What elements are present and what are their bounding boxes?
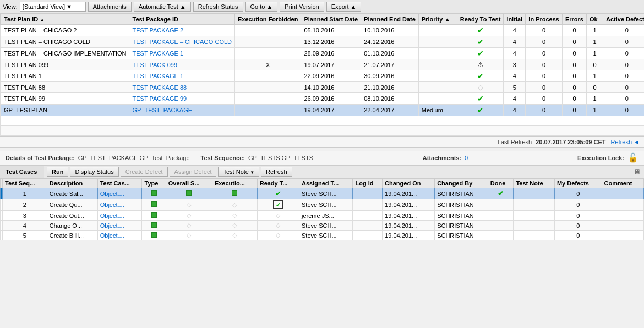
tc-cell-cas[interactable]: Object.... — [97, 188, 142, 199]
status-green-sq — [151, 232, 157, 238]
tc-col-done[interactable]: Done — [488, 179, 514, 188]
tc-col-overall[interactable]: Overall S... — [166, 179, 212, 188]
cell-ready: ✔ — [457, 48, 504, 59]
tc-col-exec[interactable]: Executio... — [212, 179, 257, 188]
tc-cell-cas[interactable]: Object.... — [97, 231, 142, 240]
tc-col-defects[interactable]: My Defects — [554, 179, 602, 188]
cell-package-id[interactable]: TEST PACKAGE 88 — [129, 82, 235, 93]
tc-cell-cas[interactable]: Object.... — [97, 221, 142, 231]
col-test-plan-id[interactable]: Test Plan ID ▲ — [1, 14, 129, 25]
cell-package-id[interactable]: GP_TEST_PACKAGE — [129, 105, 235, 116]
cell-end: 21.10.2016 — [361, 82, 419, 93]
display-status-button[interactable]: Display Status — [70, 167, 118, 177]
tc-refresh-button[interactable]: Refresh — [261, 167, 292, 177]
status-diamond: ◇ — [187, 212, 191, 218]
col-active-defects[interactable]: Active Defects — [603, 14, 645, 25]
ready-check-icon: ✔ — [477, 106, 484, 114]
col-initial[interactable]: Initial — [504, 14, 526, 25]
col-errors[interactable]: Errors — [562, 14, 586, 25]
tc-cell-done — [488, 231, 514, 240]
ready-check-icon: ✔ — [477, 72, 484, 80]
tc-cell-desc: Create Sal... — [47, 188, 97, 199]
tc-col-log[interactable]: Log Id — [353, 179, 383, 188]
cell-package-id[interactable]: TEST PACKAGE 2 — [129, 25, 235, 36]
print-version-button[interactable]: Print Version — [280, 2, 324, 12]
tc-col-desc[interactable]: Description — [47, 179, 97, 188]
tc-cell-exec: ◇ — [212, 199, 257, 211]
cell-exec-forbidden — [235, 48, 301, 59]
tc-cell-overall: ◇ — [166, 221, 212, 231]
refresh-timestamp: 20.07.2017 23:05:09 CET — [536, 139, 605, 145]
ready-warning-icon: ⚠ — [477, 61, 484, 69]
cell-errors: 0 — [562, 25, 586, 36]
col-planned-end[interactable]: Planned End Date — [361, 14, 419, 25]
tc-cell-log — [353, 231, 383, 240]
tc-cell-changed-on: 19.04.201... — [383, 199, 435, 211]
tc-col-note[interactable]: Test Note — [514, 179, 555, 188]
cell-package-id[interactable]: TEST PACKAGE 1 — [129, 48, 235, 59]
col-test-package-id[interactable]: Test Package ID — [129, 14, 235, 25]
col-priority[interactable]: Priority ▲ — [418, 14, 457, 25]
cell-initial: 4 — [504, 70, 526, 82]
cell-in-process: 0 — [526, 25, 563, 36]
tc-col-seq[interactable]: Test Seq... — [3, 179, 47, 188]
col-in-process[interactable]: In Process — [526, 14, 563, 25]
cell-end: 21.07.2017 — [361, 59, 419, 70]
status-diamond: ◇ — [232, 222, 237, 228]
tc-col-comment[interactable]: Comment — [602, 179, 643, 188]
tc-cell-exec: ◇ — [212, 211, 257, 221]
details-row: Details of Test Package: GP_TEST_PACKAGE… — [0, 151, 644, 165]
refresh-status-button[interactable]: Refresh Status — [193, 2, 243, 12]
goto-button[interactable]: Go to ▲ — [245, 2, 278, 12]
cell-ok: 1 — [587, 25, 603, 36]
tc-cell-cas[interactable]: Object.... — [97, 211, 142, 221]
view-label: View: — [3, 3, 18, 10]
tc-cell-note — [514, 211, 555, 221]
cell-errors: 0 — [562, 59, 586, 70]
refresh-link[interactable]: Refresh — [611, 139, 632, 145]
run-button[interactable]: Run — [47, 167, 68, 177]
tc-cell-assigned: Steve SCH... — [299, 188, 353, 199]
tc-cell-type — [142, 221, 166, 231]
status-diamond: ◇ — [276, 232, 280, 238]
cell-ok: 1 — [587, 48, 603, 59]
tc-cell-changed-on: 19.04.201... — [383, 221, 435, 231]
tc-col-type[interactable]: Type — [142, 179, 166, 188]
cell-defects: 0 — [603, 93, 645, 105]
tc-cell-done — [488, 221, 514, 231]
cell-start: 14.10.2016 — [301, 82, 361, 93]
tc-cell-type — [142, 199, 166, 211]
cell-plan-id: TEST PLAN – CHICAGO COLD — [1, 36, 129, 48]
col-exec-forbidden[interactable]: Execution Forbidden — [235, 14, 301, 25]
tc-cell-seq: 2 — [3, 199, 47, 211]
tc-col-ready[interactable]: Ready T... — [257, 179, 299, 188]
cell-package-id[interactable]: TEST PACK 099 — [129, 59, 235, 70]
tc-col-changed-by[interactable]: Changed By — [435, 179, 488, 188]
view-dropdown[interactable]: [Standard View] ▼ — [20, 2, 86, 12]
export-button[interactable]: Export ▲ — [326, 2, 362, 12]
test-note-button[interactable]: Test Note — [218, 167, 259, 177]
status-green-sq — [232, 190, 237, 196]
cell-ok: 0 — [587, 59, 603, 70]
tc-col-cas[interactable]: Test Cas... — [97, 179, 142, 188]
create-defect-button[interactable]: Create Defect — [121, 167, 168, 177]
cell-plan-id: TEST PLAN 1 — [1, 70, 129, 82]
status-diamond: ◇ — [276, 222, 280, 228]
tc-col-assigned[interactable]: Assigned T... — [299, 179, 353, 188]
cell-package-id[interactable]: TEST PACKAGE 1 — [129, 70, 235, 82]
tc-cell-cas[interactable]: Object.... — [97, 199, 142, 211]
attachments-button[interactable]: Attachments — [88, 2, 132, 12]
cell-ok: 0 — [587, 82, 603, 93]
cell-start: 13.12.2016 — [301, 36, 361, 48]
col-ready[interactable]: Ready To Test — [457, 14, 504, 25]
attachments-value[interactable]: 0 — [465, 155, 468, 161]
tc-col-changed-on[interactable]: Changed On — [383, 179, 435, 188]
automatic-test-button[interactable]: Automatic Test ▲ — [134, 2, 191, 12]
tc-cell-defects: 0 — [554, 211, 602, 221]
cell-package-id[interactable]: TEST PACKAGE – CHICAGO COLD — [129, 36, 235, 48]
assign-defect-button[interactable]: Assign Defect — [170, 167, 217, 177]
col-ok[interactable]: Ok — [587, 14, 603, 25]
cell-package-id[interactable]: TEST PACKAGE 99 — [129, 93, 235, 105]
col-planned-start[interactable]: Planned Start Date — [301, 14, 361, 25]
tc-cell-ready: ✔ — [257, 199, 299, 211]
